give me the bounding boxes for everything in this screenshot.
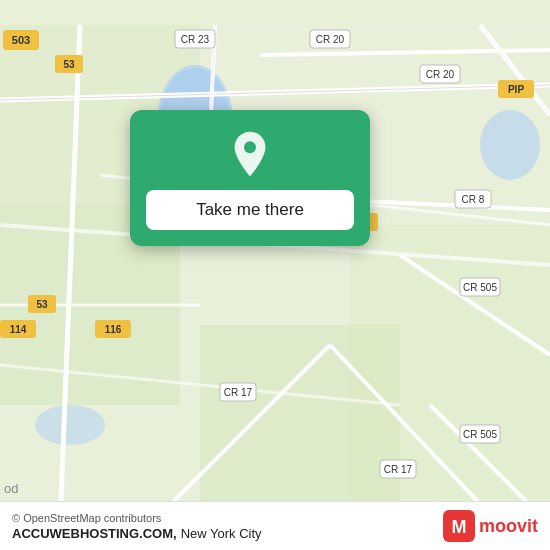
bottom-bar: © OpenStreetMap contributors ACCUWEBHOST…	[0, 501, 550, 550]
svg-text:PIP: PIP	[508, 84, 524, 95]
svg-text:CR 23: CR 23	[181, 34, 210, 45]
svg-text:CR 17: CR 17	[224, 387, 253, 398]
svg-text:503: 503	[12, 34, 30, 46]
svg-text:53: 53	[63, 59, 75, 70]
svg-text:M: M	[451, 517, 466, 537]
popup-card: Take me there	[130, 110, 370, 246]
svg-text:CR 505: CR 505	[463, 282, 497, 293]
location-pin-icon	[226, 130, 274, 178]
bottom-left-info: © OpenStreetMap contributors ACCUWEBHOST…	[12, 512, 262, 541]
svg-text:CR 17: CR 17	[384, 464, 413, 475]
svg-text:CR 20: CR 20	[316, 34, 345, 45]
svg-text:114: 114	[10, 324, 27, 335]
svg-text:53: 53	[36, 299, 48, 310]
city-name: New York City	[181, 526, 262, 541]
osm-attribution: © OpenStreetMap contributors	[12, 512, 262, 524]
svg-text:od: od	[4, 481, 18, 496]
svg-rect-4	[200, 325, 400, 525]
svg-text:CR 20: CR 20	[426, 69, 455, 80]
take-me-there-button[interactable]: Take me there	[146, 190, 354, 230]
svg-point-7	[480, 110, 540, 180]
svg-point-8	[35, 405, 105, 445]
svg-text:116: 116	[105, 324, 122, 335]
map-container: 503 53 CR 23 CR 20 CR 20 PIP CR 8 53 114…	[0, 0, 550, 550]
svg-point-57	[244, 141, 256, 153]
svg-text:CR 505: CR 505	[463, 429, 497, 440]
moovit-brand-text: moovit	[479, 516, 538, 537]
moovit-logo: M moovit	[443, 510, 538, 542]
site-name: ACCUWEBHOSTING.COM,	[12, 526, 177, 541]
moovit-icon: M	[443, 510, 475, 542]
svg-text:CR 8: CR 8	[462, 194, 485, 205]
